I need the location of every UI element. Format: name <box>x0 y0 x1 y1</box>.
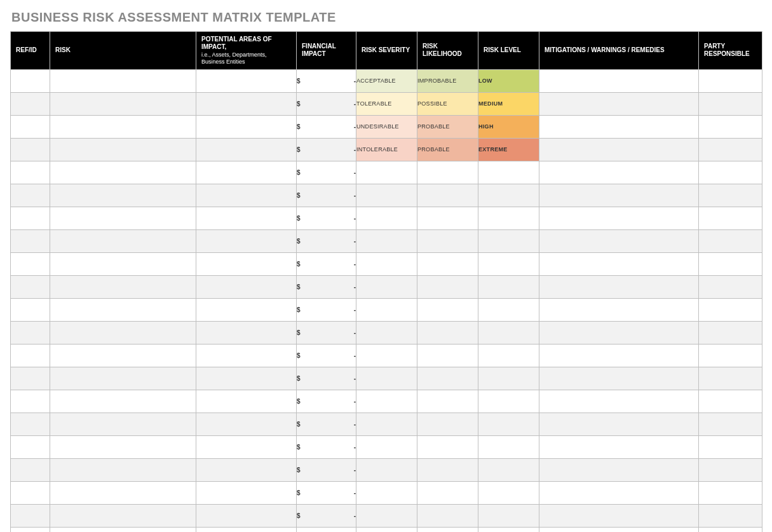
cell-likelihood[interactable] <box>417 481 478 504</box>
cell-areas[interactable] <box>196 435 297 458</box>
cell-risk[interactable] <box>50 161 196 184</box>
cell-mitigations[interactable] <box>539 390 699 413</box>
cell-risk[interactable] <box>50 481 196 504</box>
cell-party[interactable] <box>699 321 762 344</box>
cell-areas[interactable] <box>196 367 297 390</box>
cell-financial[interactable]: $- <box>297 504 356 527</box>
cell-areas[interactable] <box>196 207 297 229</box>
cell-party[interactable] <box>699 161 762 184</box>
cell-areas[interactable] <box>196 138 297 161</box>
cell-level[interactable] <box>478 435 539 458</box>
cell-level[interactable] <box>478 298 539 321</box>
cell-party[interactable] <box>699 138 762 161</box>
cell-ref[interactable] <box>11 413 50 435</box>
cell-areas[interactable] <box>196 252 297 275</box>
cell-ref[interactable] <box>11 298 50 321</box>
cell-areas[interactable] <box>196 69 297 92</box>
cell-areas[interactable] <box>196 481 297 504</box>
cell-mitigations[interactable] <box>539 435 699 458</box>
cell-mitigations[interactable] <box>539 115 699 138</box>
cell-risk[interactable] <box>50 115 196 138</box>
cell-party[interactable] <box>699 115 762 138</box>
cell-mitigations[interactable] <box>539 527 699 532</box>
cell-likelihood[interactable] <box>417 229 478 252</box>
cell-financial[interactable]: $- <box>297 298 356 321</box>
cell-risk[interactable] <box>50 413 196 435</box>
cell-severity[interactable] <box>356 390 417 413</box>
cell-ref[interactable] <box>11 344 50 367</box>
cell-likelihood[interactable] <box>417 161 478 184</box>
cell-ref[interactable] <box>11 390 50 413</box>
cell-mitigations[interactable] <box>539 367 699 390</box>
cell-severity[interactable] <box>356 298 417 321</box>
cell-likelihood[interactable]: IMPROBABLE <box>417 69 478 92</box>
cell-severity[interactable] <box>356 252 417 275</box>
cell-risk[interactable] <box>50 298 196 321</box>
cell-level[interactable] <box>478 367 539 390</box>
cell-level[interactable] <box>478 458 539 481</box>
cell-financial[interactable]: $- <box>297 207 356 229</box>
cell-mitigations[interactable] <box>539 298 699 321</box>
cell-areas[interactable] <box>196 413 297 435</box>
cell-party[interactable] <box>699 390 762 413</box>
cell-likelihood[interactable] <box>417 458 478 481</box>
cell-financial[interactable]: $- <box>297 527 356 532</box>
cell-areas[interactable] <box>196 458 297 481</box>
cell-financial[interactable]: $- <box>297 161 356 184</box>
cell-severity[interactable] <box>356 435 417 458</box>
cell-mitigations[interactable] <box>539 92 699 115</box>
cell-ref[interactable] <box>11 435 50 458</box>
cell-likelihood[interactable] <box>417 275 478 298</box>
cell-areas[interactable] <box>196 504 297 527</box>
cell-mitigations[interactable] <box>539 413 699 435</box>
cell-financial[interactable]: $- <box>297 252 356 275</box>
cell-severity[interactable] <box>356 207 417 229</box>
cell-ref[interactable] <box>11 458 50 481</box>
cell-party[interactable] <box>699 344 762 367</box>
cell-likelihood[interactable] <box>417 321 478 344</box>
cell-areas[interactable] <box>196 321 297 344</box>
cell-level[interactable] <box>478 275 539 298</box>
cell-risk[interactable] <box>50 92 196 115</box>
cell-areas[interactable] <box>196 527 297 532</box>
cell-ref[interactable] <box>11 275 50 298</box>
cell-risk[interactable] <box>50 527 196 532</box>
cell-level[interactable] <box>478 161 539 184</box>
cell-level[interactable] <box>478 527 539 532</box>
cell-areas[interactable] <box>196 275 297 298</box>
cell-areas[interactable] <box>196 92 297 115</box>
cell-ref[interactable] <box>11 252 50 275</box>
cell-level[interactable] <box>478 413 539 435</box>
cell-severity[interactable] <box>356 184 417 207</box>
cell-party[interactable] <box>699 458 762 481</box>
cell-severity[interactable] <box>356 481 417 504</box>
cell-risk[interactable] <box>50 138 196 161</box>
cell-areas[interactable] <box>196 184 297 207</box>
cell-level[interactable] <box>478 321 539 344</box>
cell-severity[interactable] <box>356 229 417 252</box>
cell-level[interactable] <box>478 184 539 207</box>
cell-financial[interactable]: $- <box>297 321 356 344</box>
cell-financial[interactable]: $- <box>297 344 356 367</box>
cell-financial[interactable]: $- <box>297 413 356 435</box>
cell-level[interactable] <box>478 481 539 504</box>
cell-mitigations[interactable] <box>539 184 699 207</box>
cell-ref[interactable] <box>11 184 50 207</box>
cell-ref[interactable] <box>11 481 50 504</box>
cell-risk[interactable] <box>50 321 196 344</box>
cell-likelihood[interactable] <box>417 504 478 527</box>
cell-level[interactable]: LOW <box>478 69 539 92</box>
cell-severity[interactable] <box>356 413 417 435</box>
cell-risk[interactable] <box>50 504 196 527</box>
cell-mitigations[interactable] <box>539 458 699 481</box>
cell-party[interactable] <box>699 69 762 92</box>
cell-likelihood[interactable] <box>417 367 478 390</box>
cell-financial[interactable]: $- <box>297 275 356 298</box>
cell-level[interactable] <box>478 344 539 367</box>
cell-areas[interactable] <box>196 161 297 184</box>
cell-financial[interactable]: $- <box>297 138 356 161</box>
cell-areas[interactable] <box>196 115 297 138</box>
cell-likelihood[interactable]: PROBABLE <box>417 138 478 161</box>
cell-severity[interactable] <box>356 504 417 527</box>
cell-risk[interactable] <box>50 207 196 229</box>
